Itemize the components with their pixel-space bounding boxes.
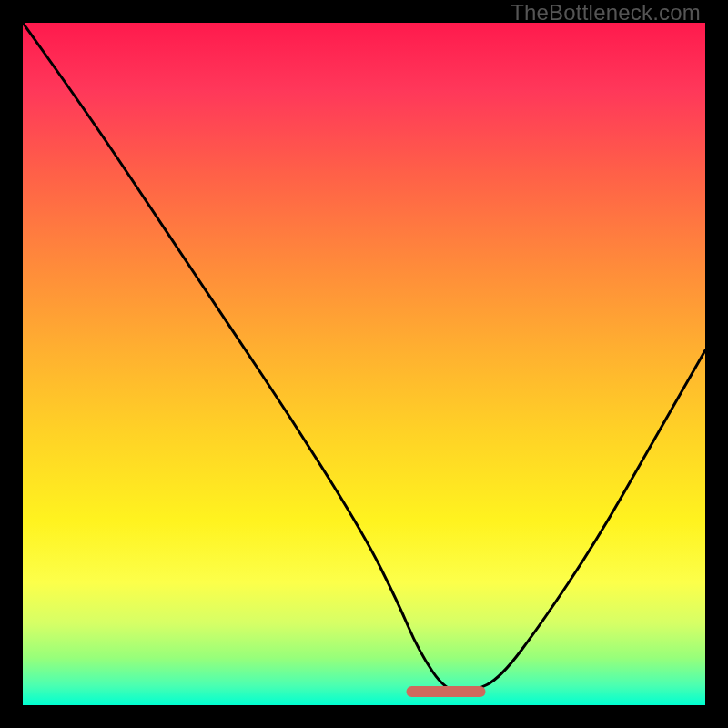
chart-frame: TheBottleneck.com [0, 0, 728, 728]
bottleneck-curve-path [23, 23, 705, 692]
watermark-text: TheBottleneck.com [511, 0, 701, 25]
curve-svg [23, 23, 705, 705]
plot-area [23, 23, 705, 705]
